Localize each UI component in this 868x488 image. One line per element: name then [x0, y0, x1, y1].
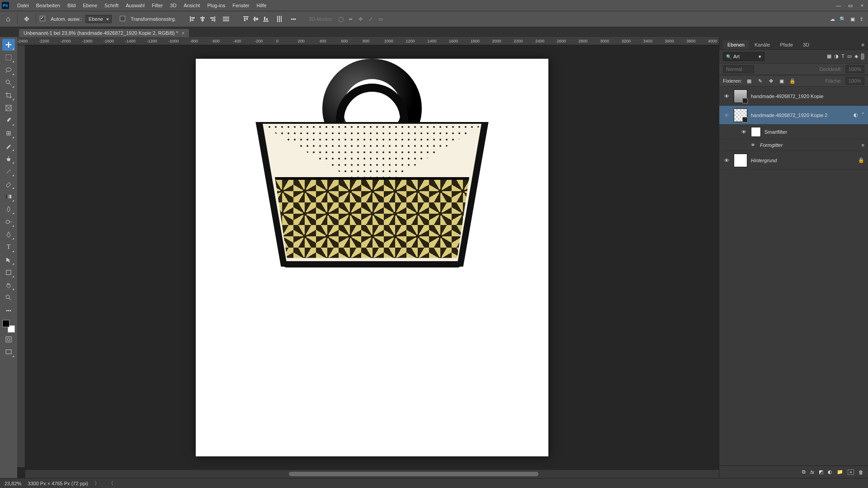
document-canvas[interactable] [196, 59, 548, 456]
blend-mode-dropdown[interactable]: Normal [723, 65, 754, 73]
shape-tool[interactable] [2, 267, 15, 278]
home-button[interactable]: ⌂ [3, 14, 14, 24]
hand-tool[interactable] [2, 279, 15, 291]
marquee-tool[interactable] [2, 52, 15, 63]
link-layers-button[interactable]: ⧉ [802, 469, 806, 475]
layer-filter-dropdown[interactable]: 🔍 Art ▾ [723, 52, 764, 61]
menu-auswahl[interactable]: Auswahl [122, 0, 148, 11]
menu-ansicht[interactable]: Ansicht [180, 0, 203, 11]
vertical-ruler[interactable] [17, 45, 25, 467]
doc-size-info[interactable]: 3300 Px × 4765 Px (72 ppi) [28, 481, 88, 486]
filter-shape-icon[interactable]: ▭ [847, 53, 852, 60]
blur-tool[interactable] [2, 203, 15, 215]
search-icon[interactable]: 🔍 [840, 16, 846, 22]
lock-brush-icon[interactable]: ✎ [756, 78, 764, 84]
visibility-toggle[interactable]: 👁 [740, 129, 747, 135]
lock-all-icon[interactable]: 🔒 [789, 78, 796, 84]
workspace-icon[interactable]: ▣ [850, 16, 855, 22]
layer-fx-button[interactable]: fx [810, 469, 814, 475]
new-adjustment-button[interactable]: ◐ [828, 469, 832, 475]
add-mask-button[interactable]: ◩ [819, 469, 823, 475]
filter-type-icon[interactable]: T [841, 53, 844, 60]
screenmode-button[interactable] [2, 346, 15, 358]
crop-tool[interactable] [2, 89, 15, 101]
canvas-area[interactable] [25, 45, 719, 467]
clone-stamp-tool[interactable] [2, 153, 15, 164]
menu-3d[interactable]: 3D [166, 0, 180, 11]
history-brush-tool[interactable] [2, 165, 15, 177]
opacity-value[interactable]: 100% [845, 65, 864, 73]
window-minimize-button[interactable]: — [833, 0, 844, 11]
dodge-tool[interactable] [2, 216, 15, 228]
menu-bearbeiten[interactable]: Bearbeiten [33, 0, 64, 11]
color-swatches[interactable] [2, 320, 15, 333]
lock-position-icon[interactable]: ✥ [767, 78, 774, 84]
visibility-toggle[interactable]: 👁 [749, 143, 756, 147]
tab-pfade[interactable]: Pfade [775, 40, 797, 49]
gradient-tool[interactable] [2, 191, 15, 202]
layer-name[interactable]: Hintergrund [751, 158, 854, 163]
zoom-tool[interactable] [2, 292, 15, 304]
delete-layer-button[interactable]: 🗑 [859, 469, 863, 475]
status-chevron-icon[interactable]: 〉 [94, 480, 99, 487]
more-align-button[interactable]: ••• [291, 16, 296, 22]
panel-menu-icon[interactable]: ≡ [858, 40, 868, 49]
visibility-toggle[interactable]: 👁 [723, 113, 730, 118]
healing-brush-tool[interactable] [2, 127, 15, 139]
foreground-color[interactable] [2, 320, 9, 327]
lock-pixels-icon[interactable]: ▦ [745, 78, 753, 84]
layer-row[interactable]: 👁 handmade-4926872_1920 Kopie 2 ◐ ˄ [719, 106, 868, 125]
layer-name[interactable]: handmade-4926872_1920 Kopie [751, 94, 864, 99]
document-tab[interactable]: Unbenannt-1 bei 23,8% (handmade-4926872_… [19, 29, 189, 37]
document-tab-close-icon[interactable]: × [182, 30, 184, 36]
layer-row[interactable]: 👁 Hintergrund 🔒 [719, 151, 868, 170]
layer-thumbnail[interactable] [734, 108, 747, 122]
menu-plugins[interactable]: Plug-ins [203, 0, 229, 11]
filter-name[interactable]: Formgitter [760, 142, 858, 148]
smart-filters-row[interactable]: 👁 Smartfilter [719, 125, 868, 139]
cloud-docs-icon[interactable]: ☁ [830, 16, 835, 22]
horizontal-ruler[interactable]: -2400-2200-2000-1800-1600-1400-1200-1000… [17, 37, 719, 45]
filter-blend-icon[interactable]: ≡ [862, 142, 864, 148]
visibility-toggle[interactable]: 👁 [723, 158, 730, 163]
share-icon[interactable]: ⇪ [859, 16, 863, 22]
align-hcenter-button[interactable] [198, 15, 207, 23]
type-tool[interactable]: T [2, 241, 15, 253]
menu-bild[interactable]: Bild [64, 0, 79, 11]
show-transform-checkbox[interactable] [120, 16, 127, 22]
horizontal-scrollbar[interactable] [25, 470, 719, 478]
filter-pixel-icon[interactable]: ▦ [827, 53, 831, 60]
window-close-button[interactable]: × [856, 0, 868, 11]
new-group-button[interactable]: 📁 [837, 469, 843, 475]
layer-thumbnail[interactable] [734, 89, 747, 103]
path-select-tool[interactable] [2, 254, 15, 266]
lock-artboard-icon[interactable]: ▣ [778, 78, 785, 84]
menu-hilfe[interactable]: Hilfe [253, 0, 270, 11]
menu-fenster[interactable]: Fenster [229, 0, 253, 11]
filter-smart-icon[interactable]: ◈ [854, 53, 858, 60]
move-tool[interactable] [2, 39, 15, 51]
window-restore-button[interactable]: ▭ [844, 0, 856, 11]
align-right-button[interactable] [208, 15, 217, 23]
tab-ebenen[interactable]: Ebenen [723, 40, 749, 49]
distribute-button[interactable] [223, 16, 229, 22]
edit-toolbar-button[interactable]: ••• [2, 305, 15, 316]
tab-kanaele[interactable]: Kanäle [750, 40, 774, 49]
distribute-v-button[interactable] [276, 16, 283, 22]
align-bottom-button[interactable] [262, 15, 270, 23]
menu-schrift[interactable]: Schrift [101, 0, 122, 11]
new-layer-button[interactable]: ＋ [848, 469, 854, 475]
auto-select-target-dropdown[interactable]: Ebene [85, 15, 112, 23]
lasso-tool[interactable] [2, 64, 15, 76]
quickmask-button[interactable] [2, 333, 15, 345]
visibility-toggle[interactable]: 👁 [723, 94, 730, 99]
menu-ebene[interactable]: Ebene [79, 0, 101, 11]
layer-name[interactable]: handmade-4926872_1920 Kopie 2 [751, 113, 850, 118]
lock-icon[interactable]: 🔒 [858, 157, 864, 163]
filter-adjust-icon[interactable]: ◑ [834, 53, 839, 60]
align-top-button[interactable] [242, 15, 250, 23]
smart-filter-icon[interactable]: ◐ [854, 112, 858, 118]
fill-value[interactable]: 100% [845, 77, 864, 85]
current-tool-icon[interactable]: ✥ [21, 14, 32, 24]
filter-entry-row[interactable]: 👁 Formgitter ≡ [719, 139, 868, 151]
